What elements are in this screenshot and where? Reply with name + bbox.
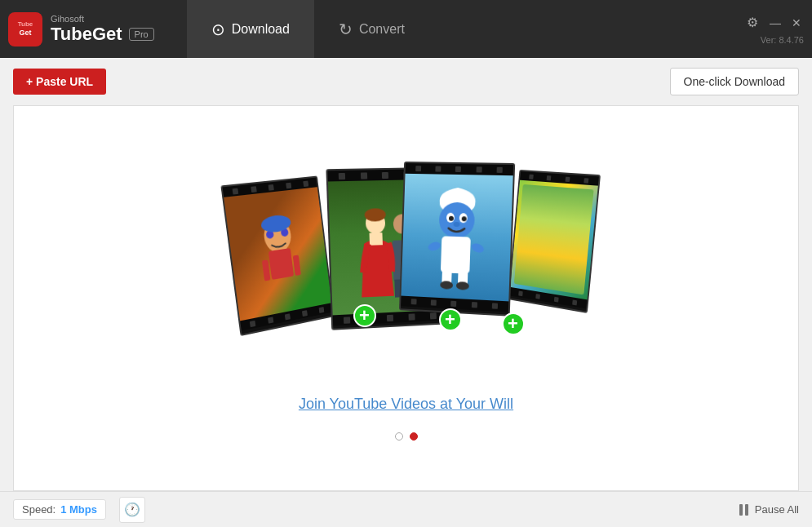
tab-download-label: Download <box>232 22 290 37</box>
title-bar: Tube Get Gihosoft TubeGet Pro ⊙ Download… <box>0 0 812 58</box>
download-tab-icon: ⊙ <box>211 20 225 39</box>
dot-1[interactable] <box>395 432 403 441</box>
pause-icon <box>739 504 748 516</box>
settings-button[interactable]: ⚙ <box>743 14 761 32</box>
speed-label: Speed: <box>22 503 55 516</box>
svg-rect-8 <box>369 232 382 246</box>
pause-all-label: Pause All <box>755 503 799 516</box>
add-to-strip-2-button[interactable]: + <box>439 308 462 331</box>
svg-point-27 <box>470 241 486 254</box>
svg-point-26 <box>427 241 441 252</box>
paste-url-button[interactable]: + Paste URL <box>13 69 106 95</box>
film-visual: + + + <box>211 156 602 376</box>
minimize-button[interactable]: — <box>768 16 783 30</box>
history-button[interactable]: 🕐 <box>119 497 145 523</box>
add-to-strip-3-button[interactable]: + <box>502 312 525 335</box>
svg-rect-1 <box>268 248 293 280</box>
logo-text: Gihosoft TubeGet Pro <box>51 14 154 45</box>
left-status: Speed: 1 Mbps 🕐 <box>13 497 145 523</box>
dot-indicators <box>395 432 418 441</box>
pro-badge: Pro <box>129 28 154 41</box>
logo-area: Tube Get Gihosoft TubeGet Pro <box>8 12 154 46</box>
add-to-strip-1-button[interactable]: + <box>353 304 376 327</box>
one-click-download-button[interactable]: One-click Download <box>670 68 800 95</box>
version-text: Ver: 8.4.76 <box>761 35 804 45</box>
history-icon: 🕐 <box>124 502 140 517</box>
tab-convert[interactable]: ↻ Convert <box>314 0 429 58</box>
speed-value: 1 Mbps <box>60 503 97 516</box>
svg-rect-6 <box>292 255 300 276</box>
close-button[interactable]: ✕ <box>789 16 804 30</box>
film-area: + + + Join YouTube Videos at Your Will <box>14 106 798 490</box>
tab-download[interactable]: ⊙ Download <box>187 0 314 58</box>
company-name: Gihosoft <box>51 14 154 24</box>
app-logo: Tube Get <box>8 12 42 46</box>
convert-tab-icon: ↻ <box>339 20 353 39</box>
toolbar: + Paste URL One-click Download <box>13 68 799 95</box>
tab-convert-label: Convert <box>359 22 405 37</box>
content-area: + Paste URL One-click Download <box>0 58 812 491</box>
window-controls: ⚙ — ✕ Ver: 8.4.76 <box>743 14 804 45</box>
main-panel: + + + Join YouTube Videos at Your Will <box>13 105 799 491</box>
dot-2[interactable] <box>410 432 418 441</box>
pause-all-button[interactable]: Pause All <box>739 503 799 516</box>
app-name: TubeGet <box>51 24 122 45</box>
speed-info: Speed: 1 Mbps <box>13 499 106 520</box>
svg-rect-5 <box>261 259 270 281</box>
status-bar: Speed: 1 Mbps 🕐 Pause All <box>0 491 812 527</box>
nav-tabs: ⊙ Download ↻ Convert <box>187 0 429 58</box>
svg-rect-21 <box>440 236 470 273</box>
youtube-link[interactable]: Join YouTube Videos at Your Will <box>299 396 513 413</box>
